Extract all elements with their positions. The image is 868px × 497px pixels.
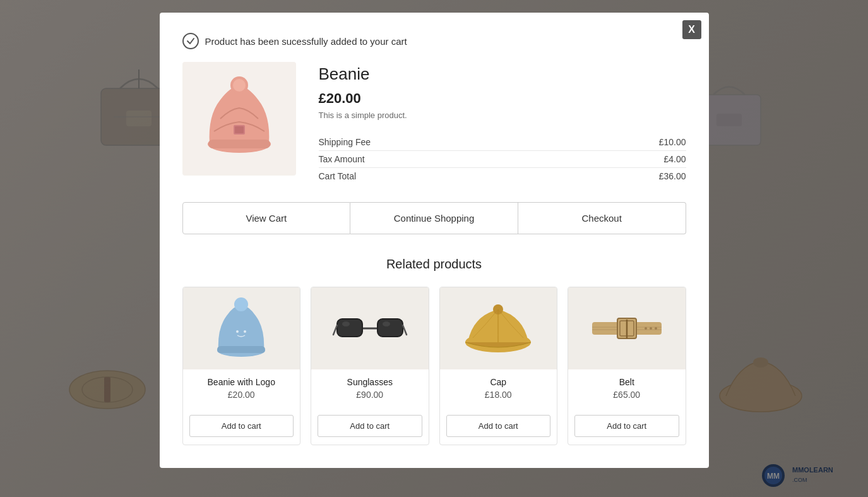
product-details: Beanie £20.00 This is a simple product. … xyxy=(319,62,686,184)
shipping-value: £10.00 xyxy=(561,134,686,151)
tax-row: Tax Amount £4.00 xyxy=(319,151,686,168)
shipping-row: Shipping Fee £10.00 xyxy=(319,134,686,151)
add-to-cart-button[interactable]: Add to cart xyxy=(574,415,679,437)
related-product-name: Belt xyxy=(574,377,679,387)
total-value: £36.00 xyxy=(561,168,686,185)
svg-point-13 xyxy=(233,79,246,92)
product-name: Beanie xyxy=(319,64,686,84)
related-product-price: £18.00 xyxy=(446,390,551,400)
related-product-name: Cap xyxy=(446,377,551,387)
tax-label: Tax Amount xyxy=(319,151,561,168)
success-icon xyxy=(182,33,199,49)
related-product-body: Cap £18.00 xyxy=(440,369,557,415)
shipping-label: Shipping Fee xyxy=(319,134,561,151)
related-products-grid: Beanie with Logo £20.00 Add to cart xyxy=(182,287,686,445)
related-product-body: Sunglasses £90.00 xyxy=(311,369,429,415)
continue-shopping-button[interactable]: Continue Shopping xyxy=(350,202,518,234)
svg-point-39 xyxy=(655,327,657,330)
related-product-image xyxy=(440,287,557,369)
add-to-cart-button[interactable]: Add to cart xyxy=(446,415,551,437)
related-product-card: Belt £65.00 Add to cart xyxy=(568,287,686,445)
product-price: £20.00 xyxy=(319,90,686,107)
action-buttons: View Cart Continue Shopping Checkout xyxy=(182,202,686,234)
related-product-price: £90.00 xyxy=(318,390,422,400)
price-table: Shipping Fee £10.00 Tax Amount £4.00 Car… xyxy=(319,134,686,184)
cart-modal: X Product has been sucessfully added to … xyxy=(160,13,709,468)
svg-point-21 xyxy=(244,330,246,333)
total-label: Cart Total xyxy=(319,168,561,185)
svg-rect-16 xyxy=(235,126,244,133)
svg-point-27 xyxy=(342,321,350,326)
svg-point-18 xyxy=(234,297,248,311)
related-product-card: Cap £18.00 Add to cart xyxy=(439,287,558,445)
svg-rect-14 xyxy=(208,140,270,148)
related-product-name: Beanie with Logo xyxy=(189,377,294,387)
related-product-image xyxy=(311,287,429,369)
product-section: Beanie £20.00 This is a simple product. … xyxy=(182,62,686,184)
modal-backdrop: X Product has been sucessfully added to … xyxy=(0,0,868,497)
product-description: This is a simple product. xyxy=(319,111,686,120)
related-product-name: Sunglasses xyxy=(318,377,422,387)
svg-point-38 xyxy=(650,327,652,330)
total-row: Cart Total £36.00 xyxy=(319,168,686,185)
product-image xyxy=(182,62,296,176)
related-product-price: £20.00 xyxy=(189,390,294,400)
svg-point-28 xyxy=(383,321,390,326)
add-to-cart-button[interactable]: Add to cart xyxy=(318,415,422,437)
tax-value: £4.00 xyxy=(561,151,686,168)
view-cart-button[interactable]: View Cart xyxy=(182,202,351,234)
add-to-cart-button[interactable]: Add to cart xyxy=(189,415,294,437)
related-product-card: Beanie with Logo £20.00 Add to cart xyxy=(182,287,301,445)
success-banner: Product has been sucessfully added to yo… xyxy=(182,33,686,49)
close-button[interactable]: X xyxy=(682,20,701,39)
svg-rect-23 xyxy=(337,319,362,337)
svg-rect-24 xyxy=(378,319,403,337)
svg-point-37 xyxy=(645,327,647,330)
svg-point-20 xyxy=(236,330,239,333)
related-products-title: Related products xyxy=(182,257,686,272)
related-product-card: Sunglasses £90.00 Add to cart xyxy=(311,287,429,445)
svg-rect-19 xyxy=(217,346,265,353)
related-product-image xyxy=(183,287,300,369)
related-product-body: Beanie with Logo £20.00 xyxy=(183,369,300,415)
success-message: Product has been sucessfully added to yo… xyxy=(205,36,407,47)
related-product-body: Belt £65.00 xyxy=(568,369,686,415)
related-product-image xyxy=(568,287,686,369)
checkout-button[interactable]: Checkout xyxy=(518,202,686,234)
related-product-price: £65.00 xyxy=(574,390,679,400)
